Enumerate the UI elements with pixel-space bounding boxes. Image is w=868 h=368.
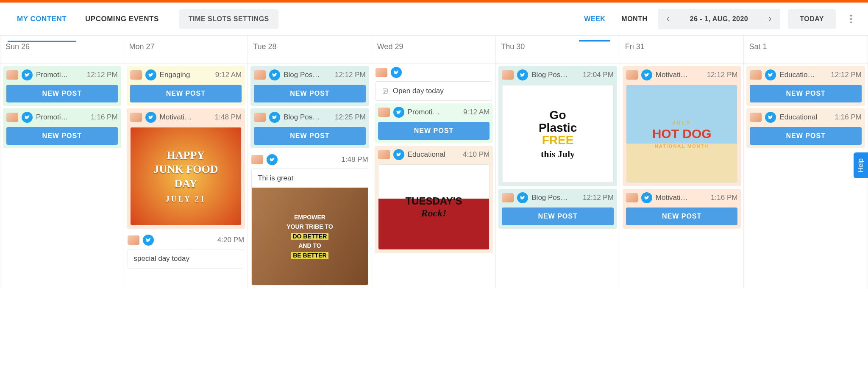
card-category-label: Blog Pos…	[284, 71, 331, 79]
new-post-button[interactable]: NEW POST	[378, 122, 490, 140]
profile-avatar	[6, 113, 18, 122]
schedule-card[interactable]: Blog Pos… 12:12 PM NEW POST	[250, 66, 369, 106]
schedule-card[interactable]: Educational 4:10 PM TUESDAY'S Rock!	[375, 146, 493, 253]
profile-avatar	[130, 113, 142, 122]
twitter-icon	[145, 69, 156, 80]
card-time: 1:16 PM	[91, 113, 117, 122]
twitter-icon	[269, 69, 280, 80]
more-menu-button[interactable]	[842, 10, 860, 28]
day-column-tue: Tue 28 Blog Pos… 12:12 PM NEW POST Blog …	[248, 36, 372, 289]
today-button[interactable]: TODAY	[788, 9, 836, 29]
post-content-preview[interactable]: Thi is great EMPOWER YOUR TRIBE TO DO BE…	[251, 169, 368, 285]
profile-avatar	[378, 108, 390, 117]
profile-avatar	[254, 113, 266, 122]
schedule-card[interactable]: Educatio… 12:12 PM NEW POST	[746, 66, 865, 106]
primary-tabs: MY CONTENT UPCOMING EVENTS	[8, 7, 168, 31]
card-category-label: Educational	[408, 150, 459, 159]
profile-avatar	[376, 68, 387, 77]
help-button[interactable]: Help	[854, 152, 868, 178]
post-content-preview[interactable]: TUESDAY'S Rock!	[378, 164, 490, 250]
schedule-card[interactable]: Promoti… 9:12 AM NEW POST	[375, 103, 493, 143]
schedule-card[interactable]: Blog Pos… 12:12 PM NEW POST	[498, 189, 617, 229]
card-time: 1:16 PM	[711, 194, 737, 202]
twitter-icon	[641, 192, 652, 203]
post-image: Go Plastic FREE this July	[502, 85, 613, 183]
day-header: Tue 28	[248, 36, 372, 64]
day-column-wed: Wed 29 Open day today Promoti… 9:12 AM N…	[372, 36, 496, 289]
schedule-card[interactable]: 4:20 PM	[124, 231, 248, 249]
new-post-button[interactable]: NEW POST	[254, 85, 366, 102]
card-time: 1:48 PM	[215, 113, 242, 122]
post-image: JULY HOT DOG NATIONAL MONTH	[626, 85, 737, 183]
view-month[interactable]: MONTH	[619, 8, 650, 30]
card-category-label: Blog Pos…	[284, 113, 331, 122]
calendar-grid: Sun 26 Promoti… 12:12 PM NEW POST Promot…	[0, 36, 868, 289]
twitter-icon	[391, 67, 402, 78]
new-post-button[interactable]: NEW POST	[750, 127, 862, 145]
twitter-icon	[143, 235, 154, 246]
new-post-button[interactable]: NEW POST	[130, 85, 242, 102]
new-post-button[interactable]: NEW POST	[502, 208, 614, 225]
card-category-label: Engaging	[160, 71, 212, 79]
profile-avatar	[251, 155, 263, 164]
card-time: 12:04 PM	[583, 71, 614, 79]
twitter-icon	[22, 69, 33, 80]
post-text: Thi is great	[252, 169, 368, 188]
post-text-preview[interactable]: special day today	[128, 249, 245, 268]
new-post-button[interactable]: NEW POST	[6, 85, 118, 102]
schedule-card[interactable]: Engaging 9:12 AM NEW POST	[127, 66, 245, 106]
note-icon	[382, 88, 389, 94]
card-category-label: Motivati…	[656, 71, 704, 79]
card-category-label: Promoti…	[408, 108, 460, 116]
profile-avatar	[750, 70, 762, 80]
tab-upcoming-events[interactable]: UPCOMING EVENTS	[76, 7, 168, 31]
date-range-picker: 26 - 1, AUG, 2020	[658, 9, 781, 29]
profile-avatar	[254, 70, 266, 80]
schedule-card[interactable]: Promoti… 1:16 PM NEW POST	[3, 108, 121, 148]
schedule-card[interactable]: Promoti… 12:12 PM NEW POST	[3, 66, 121, 106]
schedule-card[interactable]	[372, 64, 496, 81]
profile-avatar	[502, 70, 514, 80]
prev-range-button[interactable]	[658, 9, 678, 29]
post-image: TUESDAY'S Rock!	[378, 165, 490, 249]
time-slots-settings-button[interactable]: TIME SLOTS SETTINGS	[179, 9, 278, 29]
post-content-preview[interactable]: HAPPY JUNK FOOD DAY JULY 21	[130, 127, 242, 225]
new-post-button[interactable]: NEW POST	[254, 127, 366, 145]
day-column-fri: Fri 31 Motivati… 12:12 PM JULY HOT DOG N…	[620, 36, 744, 289]
card-time: 4:10 PM	[463, 150, 490, 159]
schedule-card[interactable]: Educational 1:16 PM NEW POST	[746, 108, 865, 148]
tab-my-content[interactable]: MY CONTENT	[8, 7, 76, 31]
twitter-icon	[765, 112, 776, 123]
schedule-card[interactable]: Blog Pos… 12:04 PM Go Plastic FREE this …	[498, 66, 617, 186]
note-input[interactable]: Open day today	[376, 81, 492, 101]
twitter-icon	[517, 69, 528, 80]
day-column-thu: Thu 30 Blog Pos… 12:04 PM Go Plastic FRE…	[496, 36, 620, 289]
card-category-label: Educational	[779, 113, 831, 122]
card-category-label: Promoti…	[36, 71, 83, 79]
card-time: 12:25 PM	[335, 113, 366, 122]
schedule-card[interactable]: Blog Pos… 12:25 PM NEW POST	[250, 108, 369, 148]
next-range-button[interactable]	[760, 9, 780, 29]
card-category-label: Promoti…	[36, 113, 87, 122]
post-content-preview[interactable]: Go Plastic FREE this July	[502, 85, 614, 183]
twitter-icon	[517, 192, 528, 203]
card-category-label: Motivati…	[656, 194, 707, 202]
new-post-button[interactable]: NEW POST	[750, 85, 862, 102]
post-content-preview[interactable]: JULY HOT DOG NATIONAL MONTH	[626, 85, 738, 183]
schedule-card[interactable]: Motivati… 1:16 PM NEW POST	[623, 189, 741, 229]
new-post-button[interactable]: NEW POST	[6, 127, 118, 145]
schedule-card[interactable]: 1:48 PM	[248, 151, 372, 169]
day-column-sun: Sun 26 Promoti… 12:12 PM NEW POST Promot…	[0, 36, 124, 289]
view-week[interactable]: WEEK	[581, 8, 608, 30]
new-post-button[interactable]: NEW POST	[626, 208, 738, 225]
profile-avatar	[502, 193, 514, 202]
card-time: 12:12 PM	[831, 71, 862, 79]
schedule-card[interactable]: Motivati… 12:12 PM JULY HOT DOG NATIONAL…	[623, 66, 741, 186]
date-range-label[interactable]: 26 - 1, AUG, 2020	[678, 15, 760, 23]
profile-avatar	[750, 113, 762, 122]
card-time: 12:12 PM	[707, 71, 738, 79]
twitter-icon	[641, 69, 652, 80]
day-header: Sun 26	[0, 36, 124, 64]
schedule-card[interactable]: Motivati… 1:48 PM HAPPY JUNK FOOD DAY JU…	[127, 108, 245, 229]
card-time: 1:16 PM	[835, 113, 862, 122]
